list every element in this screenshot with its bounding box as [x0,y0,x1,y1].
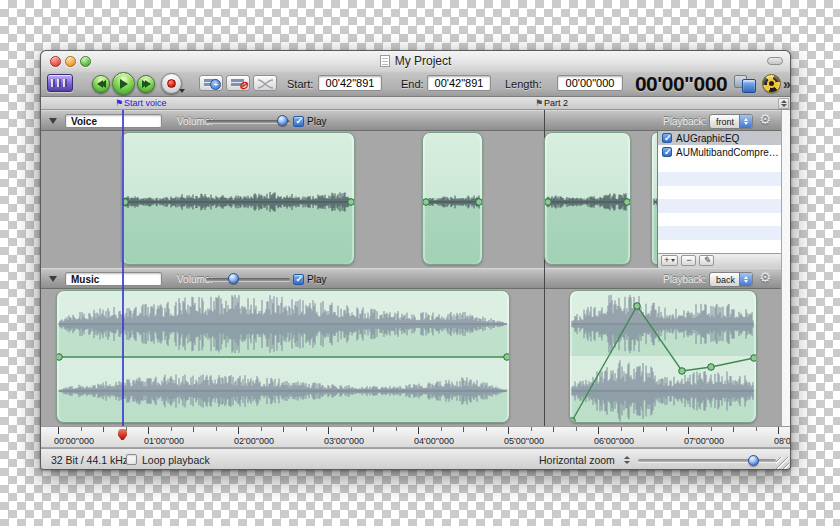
empty-row [658,186,781,199]
toolbar-overflow-chevron[interactable]: » [783,76,791,92]
playhead-line[interactable] [122,110,124,426]
zoom-label: Horizontal zoom [539,454,615,466]
toolbar-toggle-button[interactable] [767,57,783,65]
marker-start-voice[interactable]: ⚑ Start voice [115,98,167,108]
length-label: Length: [505,78,542,90]
play-icon [120,79,128,89]
loop-checkbox[interactable] [126,454,137,465]
add-menu-arrow-icon [671,259,675,262]
arrow-down-icon [781,104,787,107]
play-button[interactable] [112,72,135,95]
start-label: Start: [287,78,313,90]
effects-button-bar: + − ✎ [658,253,781,268]
ruler-label: 04'00"000 [414,436,454,446]
fast-forward-button[interactable] [137,75,155,93]
effect-checkbox[interactable] [662,147,672,157]
window-layers-icon[interactable] [733,73,758,94]
scroll-stepper[interactable] [778,98,789,109]
zoom-stepper[interactable] [622,453,632,467]
playback-popup[interactable]: back [709,272,753,287]
effect-row[interactable]: AUGraphicEQ [658,131,781,145]
marker-part-2[interactable]: ⚑ Part 2 [535,98,568,108]
arrow-up-icon [781,100,787,103]
playback-popup[interactable]: front [709,114,753,129]
edit-effect-button[interactable]: ✎ [699,255,714,266]
crossfade-icon [257,78,274,90]
length-field[interactable] [557,75,623,91]
delete-track-button[interactable]: ⊘ [226,75,250,91]
prohibit-badge-icon: ⊘ [239,80,248,90]
add-track-button[interactable]: + [199,75,223,91]
end-field[interactable] [427,75,491,91]
rewind-button[interactable] [92,75,110,93]
zoom-slider-knob[interactable] [748,455,759,466]
gear-icon[interactable]: ⚙ [759,111,772,127]
marker-strip[interactable]: ⚑ Start voice ⚑ Part 2 [41,97,790,110]
disclosure-triangle-icon[interactable] [49,118,57,124]
disclosure-triangle-icon[interactable] [49,276,57,282]
envelope-point[interactable] [545,199,551,206]
play-label: Play [307,116,326,127]
envelope-point[interactable] [708,364,715,371]
audio-region[interactable] [544,132,631,265]
record-options-arrow-icon[interactable] [179,89,185,93]
start-field[interactable] [318,75,382,91]
timeline-ruler[interactable]: 00'00"000 01'00"000 02'00"000 03'00"000 … [41,426,790,448]
waveform-svg [122,133,354,264]
music-track-header: Volume: Play Playback: back ⚙ [41,268,790,289]
gear-icon[interactable]: ⚙ [759,269,772,285]
time-display: 00'00"000 [633,72,729,96]
title-bar[interactable]: My Project [41,51,790,71]
envelope-point[interactable] [634,303,641,310]
effects-panel: AUGraphicEQ AUMultibandCompre… + − ✎ [657,131,781,268]
envelope-point[interactable] [570,418,575,422]
audio-region[interactable] [56,290,510,423]
empty-row [658,199,781,212]
ruler-label: 05'00"000 [504,436,544,446]
envelope-point[interactable] [679,368,686,375]
status-bar: 32 Bit / 44.1 kHz Loop playback Horizont… [41,448,790,470]
envelope-point[interactable] [751,355,756,362]
play-checkbox[interactable] [293,274,304,285]
ruler-tick [103,427,104,432]
ruler-label: 01'00"000 [144,436,184,446]
ruler-tick [283,427,284,432]
envelope-point[interactable] [624,199,630,206]
envelope-point[interactable] [504,354,509,361]
playhead-pin-icon[interactable] [118,429,127,440]
voice-track-lane[interactable]: AUGraphicEQ AUMultibandCompre… + − ✎ [41,131,790,268]
marker-label: Start voice [124,98,167,108]
play-checkbox[interactable] [293,116,304,127]
add-effect-button[interactable]: + [661,255,678,266]
ruler-tick [328,427,329,434]
ruler-label: 07'00"000 [684,436,724,446]
envelope-point[interactable] [423,199,429,206]
popup-arrows-icon [739,273,752,286]
tape-icon[interactable] [47,74,73,92]
remove-effect-button[interactable]: − [681,255,696,266]
voice-name-field[interactable] [65,114,162,128]
audio-region[interactable] [569,290,757,423]
resize-grip[interactable] [776,457,789,470]
envelope-point[interactable] [348,199,354,206]
audio-region[interactable] [422,132,483,265]
audio-region[interactable] [121,132,355,265]
ruler-tick [508,427,509,434]
ruler-tick [418,427,419,434]
vertical-scrollbar[interactable] [781,110,791,426]
effect-row[interactable]: AUMultibandCompre… [658,145,781,159]
burn-icon[interactable] [762,74,781,93]
window-title: My Project [395,54,452,68]
envelope-point[interactable] [57,354,62,361]
music-volume-knob[interactable] [228,273,239,284]
ruler-tick [553,427,554,432]
voice-volume-knob[interactable] [277,115,288,126]
plus-badge-icon: + [210,79,221,90]
music-track-lane[interactable] [41,289,790,426]
envelope-point[interactable] [476,199,482,206]
effect-checkbox[interactable] [662,133,672,143]
volume-slider[interactable] [206,278,290,281]
crossfade-button[interactable] [253,75,277,91]
document-proxy-icon[interactable] [380,55,390,67]
music-name-field[interactable] [65,272,162,286]
